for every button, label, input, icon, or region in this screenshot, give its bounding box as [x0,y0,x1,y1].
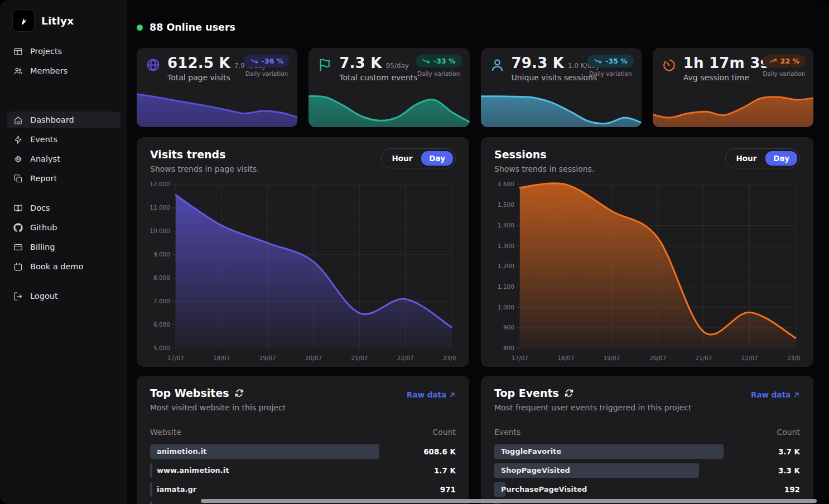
sidebar-item-analyst[interactable]: AIAnalyst [7,151,121,167]
variation-value: -35 % [605,57,627,65]
logout-icon [13,292,23,301]
svg-text:22/07: 22/07 [397,355,414,361]
nav-spacer [0,278,127,285]
toggle-hour-button[interactable]: Hour [728,151,764,166]
sidebar-item-logout[interactable]: Logout [7,288,121,304]
stat-value: 612.5 K [167,56,230,71]
sidebar-item-members[interactable]: Members [7,62,121,79]
chart-panel-visits-trends: Visits trends Shows trends in page visit… [137,137,469,367]
variation-label: Daily variation [763,70,805,77]
sidebar-item-projects[interactable]: Projects [7,43,121,60]
raw-data-link[interactable]: Raw data [751,390,800,399]
svg-text:11.000: 11.000 [150,204,170,211]
variation-value: -36 % [262,57,283,65]
stat-label: Unique visits sessions [512,73,600,82]
users-icon [13,66,23,76]
raw-data-link[interactable]: Raw data [407,390,456,399]
column-header-name: Website [150,428,181,437]
table-panel-top-websites: Top Websites Most visited website in thi… [137,376,469,504]
svg-text:23/07: 23/07 [787,355,800,361]
table-row[interactable]: ShopPageVisited 3.3 K [494,463,800,478]
chart-subtitle: Shows trends in sessions. [494,164,594,173]
svg-text:5.000: 5.000 [153,345,170,351]
svg-text:12.000: 12.000 [150,181,170,187]
sidebar-item-events[interactable]: Events [7,131,121,148]
stat-value: 7.3 K [339,56,382,71]
brand-name: Litlyx [41,15,74,27]
svg-text:17/07: 17/07 [167,355,184,361]
billing-card-icon [13,243,23,252]
stat-sparkline [309,92,469,127]
svg-text:19/07: 19/07 [604,355,620,361]
stat-card-unique-visits-sessions: 79.3 K 1.0 K/day Unique visits sessions … [481,48,642,127]
timer-icon [662,57,677,72]
chart-subtitle: Shows trends in page visits. [150,164,259,173]
variation-badge: -33 % [416,55,461,67]
stat-sparkline [137,92,297,127]
row-name: ShopPageVisited [494,463,800,478]
chart-panels-row: Visits trends Shows trends in page visit… [137,137,813,367]
raw-data-label: Raw data [751,390,791,399]
svg-text:23/07: 23/07 [443,355,456,361]
row-name: www.animetion.it [150,463,456,478]
refresh-icon[interactable] [565,389,573,398]
table-row[interactable]: PurchasePageVisited 192 [494,482,800,497]
table-row[interactable]: www.animetion.it 1.7 K [150,463,456,478]
svg-text:20/07: 20/07 [649,355,666,361]
globe-icon [146,57,161,72]
variation-badge: 22 % [763,55,806,67]
flag-icon [317,57,332,72]
github-icon [13,223,23,232]
svg-text:18/07: 18/07 [213,355,230,361]
nav-item-label: Members [30,66,68,75]
nav-item-label: Logout [30,292,58,301]
variation-label: Daily variation [245,70,288,77]
trend-down-icon [250,57,258,65]
sidebar-item-dashboard[interactable]: Dashboard [7,112,121,128]
sidebar-item-report[interactable]: Report [7,170,121,187]
online-users-row: 88 Online users [137,21,813,33]
stat-card-avg-session-time: 1h 17m 3s Avg session time 22 % Daily va… [653,48,813,127]
table-row[interactable]: iamata.gr 971 [150,482,456,497]
main-content: 88 Online users 612.5 K 7.9 K/day Total … [127,0,829,504]
row-name: iamata.gr [150,482,456,497]
daily-variation-box: 22 % Daily variation [763,55,806,77]
stat-value: 1h 17m 3s [683,56,769,71]
sidebar-item-billing[interactable]: Billing [7,239,121,255]
ai-chip-icon: AI [13,154,23,164]
sidebar-item-book-a-demo[interactable]: Book a demo [7,258,121,275]
toggle-day-button[interactable]: Day [421,151,453,166]
nav-spacer [0,82,127,109]
table-subtitle: Most visited website in this project [150,403,286,412]
nav-item-label: Github [30,223,57,232]
sidebar-item-github[interactable]: Github [7,219,121,236]
toggle-hour-button[interactable]: Hour [384,151,420,166]
variation-badge: -36 % [244,55,290,67]
column-header-count: Count [432,428,456,437]
refresh-icon[interactable] [235,389,244,398]
toggle-day-button[interactable]: Day [765,151,797,166]
row-name: PurchasePageVisited [494,482,800,497]
stat-cards-row: 612.5 K 7.9 K/day Total page visits -36 … [137,48,813,127]
svg-text:9.000: 9.000 [153,251,170,258]
svg-text:900: 900 [503,324,514,331]
row-count: 1.7 K [434,463,456,478]
table-title: Top Websites [150,387,229,399]
book-icon [13,203,23,213]
svg-text:10.000: 10.000 [150,227,170,234]
trend-chart: 1.6001.5001.4001.3001.2001.1001.00090080… [494,180,800,366]
table-body: animetion.it 608.6 K www.animetion.it 1.… [150,444,456,504]
table-row[interactable]: ToggleFavorite 3.7 K [494,444,800,459]
svg-text:17/07: 17/07 [512,355,528,361]
table-row[interactable]: animetion.it 608.6 K [150,444,456,459]
svg-text:1.300: 1.300 [498,243,514,249]
table-title: Top Events [494,387,559,399]
table-body: ToggleFavorite 3.7 K ShopPageVisited 3.3… [494,444,800,504]
nav-item-label: Book a demo [30,262,83,271]
svg-text:1.500: 1.500 [498,201,514,208]
sidebar-item-docs[interactable]: Docs [7,200,121,216]
chart-title: Sessions [494,148,594,161]
row-count: 608.6 K [423,444,456,459]
table-panel-top-events: Top Events Most frequent user events tri… [481,376,813,504]
horizontal-scrollbar[interactable] [201,499,817,503]
